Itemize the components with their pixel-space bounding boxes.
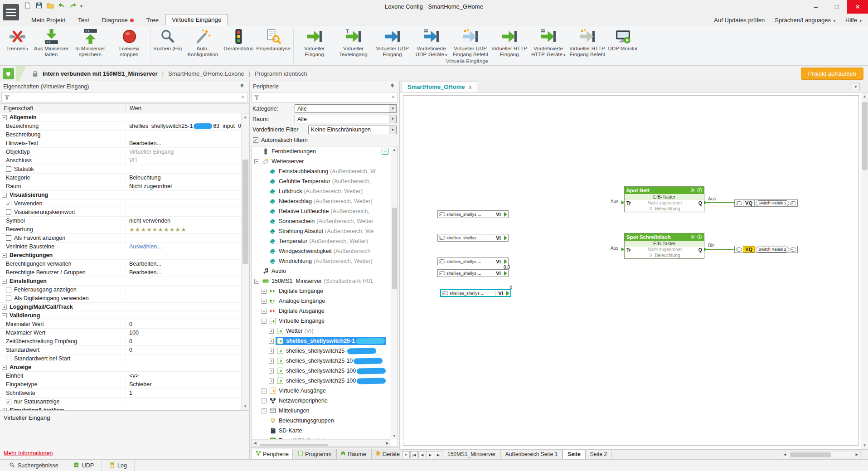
udp-monitor-button[interactable]: UDP Monitor (607, 27, 640, 52)
property-group-einstellungen[interactable]: −Einstellungen (0, 277, 241, 286)
raum-select[interactable]: Alle▼ (295, 115, 397, 123)
input-pin-icon[interactable] (621, 248, 625, 251)
tree-item-shellies-shellyswitch25-100[interactable]: +shellies_shellyswitch25-100 (252, 366, 398, 376)
expander-icon[interactable]: − (254, 159, 259, 164)
chevron-down-icon[interactable]: ▼ (389, 115, 396, 123)
clear-filter-icon[interactable]: ✕ (391, 95, 395, 100)
menu-item-sprachen-languages[interactable]: Sprachen/Languages ▾ (775, 17, 835, 24)
close-button[interactable]: ✕ (847, 0, 868, 14)
star-icon[interactable]: ★ (164, 226, 170, 233)
expander-icon[interactable]: + (269, 339, 274, 344)
chevron-down-icon[interactable]: ▼ (389, 105, 396, 112)
next-page-icon[interactable]: ▶ (427, 451, 434, 458)
suchen-f5-button[interactable]: Suchen (F5) (152, 27, 183, 52)
tree-item-shellies-shellyswitch25-100[interactable]: +shellies_shellyswitch25-100 (252, 376, 398, 386)
expander-icon[interactable]: + (269, 329, 274, 334)
output-pin-icon[interactable] (704, 248, 707, 251)
tab-list-dropdown-icon[interactable]: ▼ (852, 83, 860, 91)
vordefinierte-http-geräte-button[interactable]: Vordefinierte HTTP-Geräte ▾ (529, 27, 568, 58)
property-value-visualisierungskennwort[interactable] (126, 208, 241, 216)
clear-filter-icon[interactable]: ✕ (241, 95, 245, 100)
virtual-input-block[interactable]: shellies_shellys ...VI (437, 234, 509, 242)
scroll-left-icon[interactable]: ◀ (252, 440, 258, 447)
bottom-tab-udp[interactable]: UDP (66, 460, 102, 471)
tree-item-niederschlag[interactable]: Niederschlag(Außenbereich, Wetter) (252, 196, 398, 206)
property-value-als-favorit-anzeigen[interactable] (126, 234, 241, 242)
tab-test[interactable]: Test (72, 15, 95, 26)
property-group-anzeige[interactable]: −Anzeige (0, 363, 241, 372)
tree-item-shellies-shellyswitch25-10[interactable]: +shellies_shellyswitch25-10 (252, 356, 398, 366)
more-information-link[interactable]: Mehr Informationen (4, 450, 245, 456)
scroll-down-icon[interactable]: ▼ (391, 432, 398, 439)
block-input-label[interactable]: Tr (626, 247, 631, 252)
tree-item-audio[interactable]: Audio (252, 266, 398, 276)
virtueller-udp-eingang-befehl-button[interactable]: Virtueller UDP Eingang Befehl (451, 27, 490, 58)
property-value-verlinkte-bausteine[interactable]: Auswählen... (126, 243, 241, 251)
tree-item-gefühlte-temperatur[interactable]: Gefühlte Temperatur(Außenbereich, (252, 176, 398, 186)
panel-tab-programm[interactable]: Programm (294, 449, 335, 459)
property-value-fehlerausgang-anzeigen[interactable] (126, 286, 241, 294)
properties-scrollbar[interactable]: ▲ ▼ (241, 113, 249, 410)
star-icon[interactable]: ★ (152, 226, 158, 233)
checkbox-visualisierungskennwort[interactable] (6, 209, 11, 215)
scrollbar-thumb[interactable] (392, 208, 397, 289)
output-pin-icon[interactable] (704, 201, 707, 204)
pin-icon[interactable] (238, 83, 246, 90)
star-icon[interactable]: ★ (170, 226, 175, 233)
property-value-symbol[interactable]: nicht verwenden (126, 217, 241, 225)
checkbox-als-digitaleingang-verwenden[interactable] (6, 296, 11, 301)
canvas-scrollbar-horizontal[interactable]: ◀▶ (781, 451, 861, 458)
chevron-down-icon[interactable]: ▼ (389, 126, 396, 134)
gerätestatus-button[interactable]: Gerätestatus (222, 27, 255, 52)
tree-item-virtuelle-eingänge[interactable]: −Virtuelle Eingänge (252, 316, 398, 326)
projektanalyse-button[interactable]: Projektanalyse (255, 27, 291, 52)
tree-item-wetter[interactable]: +Wetter(VI) (252, 326, 398, 336)
output-pin-icon[interactable] (506, 291, 509, 296)
tab-virtuelle-eingänge[interactable]: Virtuelle Eingänge (165, 14, 228, 26)
expander-icon[interactable]: − (254, 279, 259, 284)
tree-item-fernbedienungen[interactable]: Fernbedienungen (252, 146, 398, 156)
collapse-all-button[interactable]: − (382, 148, 388, 155)
tree-item-analoge-eingänge[interactable]: +Analoge Eingänge (252, 296, 398, 306)
tab-tree[interactable]: Tree (141, 15, 165, 26)
block-output-label[interactable]: Q (698, 247, 702, 252)
expander-icon[interactable]: − (2, 253, 7, 258)
expander-icon[interactable]: − (2, 313, 7, 318)
property-value-standardwert[interactable]: 0 (126, 346, 241, 354)
page-dropdown-icon[interactable]: ▾ (402, 451, 410, 458)
panel-tab-räume[interactable]: Räume (336, 449, 370, 459)
expander-icon[interactable]: − (2, 365, 7, 370)
periphery-filter-input[interactable]: ✕ (251, 92, 398, 102)
expander-icon[interactable]: + (262, 289, 267, 294)
scroll-up-icon[interactable]: ▲ (861, 92, 868, 100)
scroll-right-icon[interactable]: ▶ (384, 440, 391, 447)
kategorie-select[interactable]: Alle▼ (295, 104, 397, 113)
virtual-input-block[interactable]: shellies_shellys ...VI0 (440, 289, 511, 297)
scroll-left-icon[interactable]: ◀ (781, 451, 788, 458)
panel-tab-geräte[interactable]: Geräte (371, 449, 404, 459)
pin-icon[interactable] (389, 83, 396, 90)
expander-icon[interactable]: + (2, 408, 7, 411)
tree-item-sd-karte[interactable]: SD-Karte (252, 426, 398, 436)
tree-item-strahlung-absolut[interactable]: Strahlung Absolut(Außenbereich, We (252, 226, 398, 236)
property-value-bewertung[interactable]: ★★★★★★★★★★ (126, 225, 241, 233)
tree-item-windrichtung[interactable]: Windrichtung(Außenbereich, Wetter) (252, 256, 398, 266)
bottom-tab-log[interactable]: Log (102, 460, 135, 471)
expander-icon[interactable]: + (269, 349, 274, 354)
page-tab-seite[interactable]: Seite (563, 450, 586, 459)
property-value-standardwert-bei-start[interactable] (126, 354, 241, 363)
checkbox-als-favorit-anzeigen[interactable] (6, 235, 11, 241)
tree-item-shellies-shellyswitch25[interactable]: +shellies_shellyswitch25- (252, 346, 398, 356)
page-tab-außenbereich-seite-1[interactable]: Außenbereich Seite 1 (501, 450, 563, 459)
liveview-stoppen-button[interactable]: Liveview stoppen (110, 27, 149, 58)
expander-icon[interactable]: + (262, 408, 267, 413)
tree-item-sonnenschein[interactable]: Sonnenschein(Außenbereich, Wetter (252, 216, 398, 226)
properties-filter-input[interactable]: ✕ (1, 92, 247, 102)
property-value-zeitüberschreitung-empfang[interactable]: 0 (126, 337, 241, 345)
canvas-scrollbar-vertical[interactable]: ▲ ▼ (861, 92, 868, 449)
tree-item-luftdruck[interactable]: Luftdruck(Außenbereich, Wetter) (252, 186, 398, 196)
checkbox-fehlerausgang-anzeigen[interactable] (6, 287, 11, 292)
checkbox-statistik[interactable] (6, 166, 11, 172)
tree-item-netzwerkperipherie[interactable]: +Netzwerkperipherie (252, 396, 398, 406)
virtual-output-block[interactable]: VQSwitch Relais 1 (734, 199, 798, 207)
